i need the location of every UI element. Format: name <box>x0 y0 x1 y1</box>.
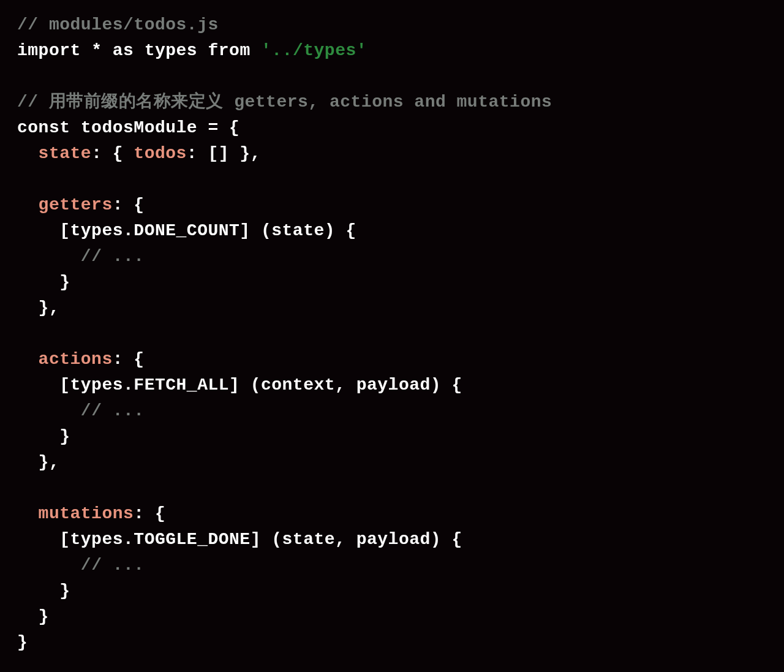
code-token <box>17 556 81 575</box>
code-line: }, <box>17 298 59 317</box>
code-token <box>17 247 81 266</box>
code-line: [types.DONE_COUNT] (state) { <box>17 221 356 240</box>
code-token: state <box>39 144 92 163</box>
code-line: // 用带前缀的名称来定义 getters, actions and mutat… <box>17 92 552 111</box>
code-line: } <box>17 581 70 600</box>
code-line: getters: { <box>17 195 145 214</box>
code-line: state: { todos: [] }, <box>17 144 261 163</box>
code-token: todos <box>134 144 187 163</box>
code-token: as <box>113 41 134 60</box>
code-token: // ... <box>81 556 145 575</box>
code-token: : { <box>113 350 145 369</box>
code-token: } <box>17 427 70 446</box>
code-line: } <box>17 273 70 292</box>
code-line: // ... <box>17 556 145 575</box>
code-token: : { <box>91 144 134 163</box>
code-block: // modules/todos.js import * as types fr… <box>0 0 784 668</box>
code-token: [types.DONE_COUNT] (state) { <box>17 221 356 240</box>
code-line: } <box>17 607 49 626</box>
code-token <box>17 350 39 369</box>
code-token: '../types' <box>261 41 367 60</box>
code-token: : { <box>134 504 165 523</box>
code-line: const todosModule = { <box>17 118 239 137</box>
code-token: actions <box>39 350 113 369</box>
code-token: const <box>17 118 70 137</box>
code-line: actions: { <box>17 350 145 369</box>
code-token: // ... <box>81 247 145 266</box>
code-token: } <box>17 607 49 626</box>
code-token <box>17 401 81 420</box>
code-line: [types.TOGGLE_DONE] (state, payload) { <box>17 530 462 549</box>
code-token: mutations <box>39 504 134 523</box>
code-token: } <box>17 581 70 600</box>
code-token: }, <box>17 453 59 472</box>
code-token: [types.TOGGLE_DONE] (state, payload) { <box>17 530 462 549</box>
code-line: [types.FETCH_ALL] (context, payload) { <box>17 376 462 395</box>
code-token: getters <box>39 195 113 214</box>
code-token <box>17 504 39 523</box>
code-token: : [] }, <box>187 144 261 163</box>
code-token: todosModule <box>70 118 208 137</box>
code-token: types <box>134 41 208 60</box>
code-token: from <box>208 41 250 60</box>
code-token: }, <box>17 298 59 317</box>
code-token: // modules/todos.js <box>17 15 219 34</box>
code-line: } <box>17 633 28 652</box>
code-line: mutations: { <box>17 504 165 523</box>
code-line: } <box>17 427 70 446</box>
code-line: // modules/todos.js <box>17 15 219 34</box>
code-token <box>17 195 39 214</box>
code-token: * <box>81 41 113 60</box>
code-line: // ... <box>17 401 145 420</box>
code-token: // 用带前缀的名称来定义 getters, actions and mutat… <box>17 92 552 111</box>
code-line: // ... <box>17 247 145 266</box>
code-token: import <box>17 41 81 60</box>
code-token: [types.FETCH_ALL] (context, payload) { <box>17 376 462 395</box>
code-line: }, <box>17 453 59 472</box>
code-token: = { <box>208 118 239 137</box>
code-token <box>251 41 261 60</box>
code-token <box>17 144 39 163</box>
code-token: // ... <box>81 401 145 420</box>
code-line: import * as types from '../types' <box>17 41 367 60</box>
code-token: : { <box>113 195 145 214</box>
code-token: } <box>17 633 28 652</box>
code-token: } <box>17 273 70 292</box>
